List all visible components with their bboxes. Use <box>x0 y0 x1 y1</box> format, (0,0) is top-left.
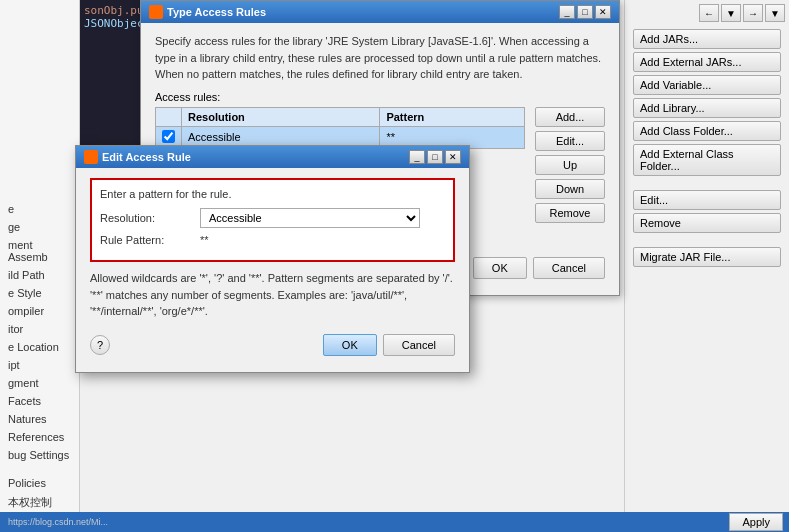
edit-dialog-icon <box>84 150 98 164</box>
access-rules-table: Resolution Pattern Accessible ** <box>155 107 525 149</box>
maximize-button[interactable]: □ <box>577 5 593 19</box>
edit-close-button[interactable]: ✕ <box>445 150 461 164</box>
nav-forward-button[interactable]: → <box>743 4 763 22</box>
add-class-folder-button[interactable]: Add Class Folder... <box>633 121 781 141</box>
titlebar-controls: _ □ ✕ <box>559 5 611 19</box>
add-variable-button[interactable]: Add Variable... <box>633 75 781 95</box>
add-external-class-folder-button[interactable]: Add External Class Folder... <box>633 144 781 176</box>
minimize-button[interactable]: _ <box>559 5 575 19</box>
cancel-button-type[interactable]: Cancel <box>533 257 605 279</box>
edit-dialog-content: Enter a pattern for the rule. Resolution… <box>76 168 469 372</box>
ide-background: sonObj.put( JSONObject json e ge ment As… <box>0 0 789 532</box>
dialog-icon <box>149 5 163 19</box>
remove-button-right[interactable]: Remove <box>633 213 781 233</box>
edit-maximize-button[interactable]: □ <box>427 150 443 164</box>
migrate-jar-button[interactable]: Migrate JAR File... <box>633 247 781 267</box>
edit-minimize-button[interactable]: _ <box>409 150 425 164</box>
edit-help-button[interactable]: ? <box>90 335 110 355</box>
right-panel: ← ▼ → ▼ Add JARs... Add External JARs...… <box>624 0 789 532</box>
edit-cancel-button[interactable]: Cancel <box>383 334 455 356</box>
add-external-jars-button[interactable]: Add External JARs... <box>633 52 781 72</box>
nav-dropdown2-button[interactable]: ▼ <box>765 4 785 22</box>
sidebar-item-references[interactable]: References <box>0 428 79 446</box>
sidebar-item-text[interactable]: e <box>0 200 79 218</box>
access-rules-label: Access rules: <box>155 91 605 103</box>
nav-back-button[interactable]: ← <box>699 4 719 22</box>
edit-titlebar-controls: _ □ ✕ <box>409 150 461 164</box>
edit-rule-button[interactable]: Edit... <box>535 131 605 151</box>
sidebar-item-ompiler[interactable]: ompiler <box>0 302 79 320</box>
type-access-description: Specify access rules for the library 'JR… <box>155 33 605 83</box>
pattern-row: Rule Pattern: ** <box>100 234 445 246</box>
sidebar-item-ipt[interactable]: ipt <box>0 356 79 374</box>
pattern-label: Rule Pattern: <box>100 234 200 246</box>
remove-rule-button[interactable]: Remove <box>535 203 605 223</box>
sidebar-item-e-style[interactable]: e Style <box>0 284 79 302</box>
sidebar-item-ge[interactable]: ge <box>0 218 79 236</box>
type-access-dialog-titlebar: Type Access Rules _ □ ✕ <box>141 1 619 23</box>
wildcard-hint: Allowed wildcards are '*', '?' and '**'.… <box>90 270 455 320</box>
add-rule-button[interactable]: Add... <box>535 107 605 127</box>
row-checkbox[interactable] <box>162 130 175 143</box>
add-jars-button[interactable]: Add JARs... <box>633 29 781 49</box>
up-button[interactable]: Up <box>535 155 605 175</box>
edit-ok-button[interactable]: OK <box>323 334 377 356</box>
add-library-button[interactable]: Add Library... <box>633 98 781 118</box>
sidebar-item-policies[interactable]: Policies <box>0 474 79 492</box>
sidebar-item-ild-path[interactable]: ild Path <box>0 266 79 284</box>
edit-dialog-title: Edit Access Rule <box>102 151 191 163</box>
resolution-row: Resolution: Accessible Forbidden Discour… <box>100 208 445 228</box>
sidebar-item-e-location[interactable]: e Location <box>0 338 79 356</box>
bottom-bar: https://blog.csdn.net/Mi... Apply <box>0 512 789 532</box>
col-checkbox <box>156 107 182 126</box>
left-sidebar: e ge ment Assemb ild Path e Style ompile… <box>0 0 80 532</box>
resolution-select[interactable]: Accessible Forbidden Discouraged <box>200 208 420 228</box>
edit-button-right[interactable]: Edit... <box>633 190 781 210</box>
col-pattern: Pattern <box>380 107 525 126</box>
sidebar-item-facets[interactable]: Facets <box>0 392 79 410</box>
ok-button-type[interactable]: OK <box>473 257 527 279</box>
edit-access-dialog: Edit Access Rule _ □ ✕ Enter a pattern f… <box>75 145 470 373</box>
url-text: https://blog.csdn.net/Mi... <box>0 517 108 527</box>
red-bordered-section: Enter a pattern for the rule. Resolution… <box>90 178 455 262</box>
sidebar-item-itor[interactable]: itor <box>0 320 79 338</box>
apply-button[interactable]: Apply <box>729 513 783 531</box>
down-button[interactable]: Down <box>535 179 605 199</box>
pattern-value: ** <box>200 234 209 246</box>
right-panel-header: ← ▼ → ▼ <box>625 0 789 26</box>
sidebar-item-gment[interactable]: gment <box>0 374 79 392</box>
edit-dialog-titlebar: Edit Access Rule _ □ ✕ <box>76 146 469 168</box>
edit-dialog-bottom-row: ? OK Cancel <box>90 328 455 362</box>
sidebar-item-rights[interactable]: 本权控制 <box>0 492 79 513</box>
type-access-dialog-title: Type Access Rules <box>167 6 266 18</box>
resolution-label: Resolution: <box>100 212 200 224</box>
nav-dropdown-button[interactable]: ▼ <box>721 4 741 22</box>
close-button[interactable]: ✕ <box>595 5 611 19</box>
sidebar-item-ment-assemb[interactable]: ment Assemb <box>0 236 79 266</box>
sidebar-item-bug-settings[interactable]: bug Settings <box>0 446 79 464</box>
sidebar-item-natures[interactable]: Natures <box>0 410 79 428</box>
col-resolution: Resolution <box>182 107 380 126</box>
edit-hint-text: Enter a pattern for the rule. <box>100 188 445 200</box>
